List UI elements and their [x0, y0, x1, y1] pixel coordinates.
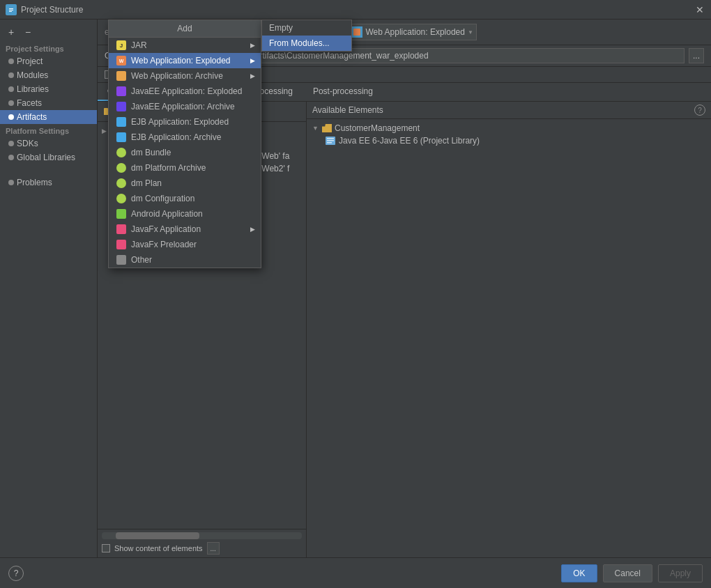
- android-icon: [116, 209, 127, 219]
- submenu-overlay: Empty From Modules...: [261, 20, 352, 52]
- cancel-button[interactable]: Cancel: [603, 564, 652, 582]
- web-exploded-arrow: ▶: [250, 57, 255, 64]
- type-dropdown-arrow: ▼: [468, 29, 473, 36]
- dm-plan-label: dm Plan: [131, 178, 162, 188]
- sidebar-item-libraries[interactable]: Libraries: [0, 82, 97, 96]
- help-button[interactable]: ?: [8, 566, 24, 581]
- project-settings-label: Project Settings: [0, 42, 97, 54]
- apply-button[interactable]: Apply: [658, 564, 703, 582]
- dm-platform-label: dm Platform Archive: [131, 163, 206, 173]
- dm-platform-icon: [116, 163, 127, 173]
- javafx-preloader-label: JavaFx Preloader: [131, 240, 197, 249]
- javafx-preloader-icon: [116, 240, 127, 249]
- sdks-icon: [8, 141, 14, 146]
- menu-item-dm-platform[interactable]: dm Platform Archive: [109, 160, 261, 176]
- show-content-ellipsis[interactable]: ...: [207, 542, 220, 555]
- sidebar-item-facets[interactable]: Facets: [0, 96, 97, 110]
- title-bar-icon: [6, 4, 17, 15]
- show-content-row: Show content of elements ...: [102, 542, 302, 555]
- available-label: Available Elements: [312, 105, 691, 115]
- dm-config-icon: [116, 194, 127, 203]
- type-dropdown[interactable]: Web Application: Exploded ▼: [348, 24, 476, 40]
- ok-button[interactable]: OK: [561, 564, 597, 582]
- svg-rect-19: [327, 142, 332, 144]
- menu-item-dm-bundle[interactable]: dm Bundle: [109, 145, 261, 160]
- close-button[interactable]: ✕: [694, 4, 705, 15]
- menu-item-ejb-archive[interactable]: EJB Application: Archive: [109, 130, 261, 145]
- svg-rect-2: [9, 10, 13, 10]
- title-bar-title: Project Structure: [21, 5, 694, 15]
- dm-bundle-label: dm Bundle: [131, 148, 171, 157]
- svg-rect-1: [9, 8, 13, 9]
- menu-item-javaee-exploded[interactable]: JavaEE Application: Exploded: [109, 84, 261, 99]
- ejb-exploded-label: EJB Application: Exploded: [131, 117, 229, 127]
- menu-item-dm-plan[interactable]: dm Plan: [109, 176, 261, 191]
- dm-plan-icon: [116, 178, 127, 188]
- menu-item-other[interactable]: Other: [109, 252, 261, 268]
- libraries-icon: [8, 86, 14, 92]
- other-icon: [116, 255, 127, 265]
- cm-avail-label: CustomerManagement: [335, 123, 420, 133]
- jar-icon: J: [116, 40, 127, 50]
- ejb-archive-label: EJB Application: Archive: [131, 132, 221, 142]
- web-archive-label: Web Application: Archive: [131, 71, 223, 81]
- avail-arrow-cm: ▼: [312, 125, 319, 132]
- menu-item-dm-config[interactable]: dm Configuration: [109, 191, 261, 206]
- ejb-archive-icon: [116, 132, 127, 142]
- dropdown-header: Add: [109, 20, 261, 38]
- web-exploded-icon: W: [116, 56, 127, 65]
- remove-button[interactable]: −: [21, 25, 35, 39]
- show-content-checkbox[interactable]: [102, 544, 110, 552]
- other-label: Other: [131, 255, 152, 265]
- web-archive-icon: [116, 71, 127, 81]
- available-tree: ▼ CustomerManagement: [307, 119, 711, 557]
- javaee-exploded-label: JavaEE Application: Exploded: [131, 86, 242, 96]
- jar-label: JAR: [131, 40, 147, 50]
- sidebar-toolbar: + −: [0, 22, 97, 42]
- type-icon: [351, 26, 362, 38]
- menu-item-jar[interactable]: J JAR ▶: [109, 38, 261, 53]
- dm-bundle-icon: [116, 148, 127, 157]
- sidebar-item-artifacts[interactable]: Artifacts: [0, 110, 97, 124]
- android-label: Android Application: [131, 209, 203, 219]
- dropdown-add-menu: Add J JAR ▶ W Web Application: Exploded …: [108, 20, 261, 268]
- bottom-bar: ? OK Cancel Apply: [0, 557, 711, 588]
- show-content-label: Show content of elements: [114, 544, 203, 552]
- project-icon: [8, 59, 14, 64]
- javaee6-label: Java EE 6-Java EE 6 (Project Library): [339, 136, 480, 146]
- sidebar-item-global-libraries[interactable]: Global Libraries: [0, 150, 97, 164]
- sidebar: + − Project Settings Project Modules Lib…: [0, 20, 98, 557]
- menu-item-web-exploded[interactable]: W Web Application: Exploded ▶: [109, 53, 261, 68]
- tab-post-processing[interactable]: Post-processing: [303, 83, 383, 101]
- main-layout: + − Project Settings Project Modules Lib…: [0, 20, 711, 557]
- web-exploded-label: Web Application: Exploded: [131, 56, 231, 65]
- menu-item-javaee-archive[interactable]: JavaEE Application: Archive: [109, 99, 261, 114]
- javafx-arrow: ▶: [250, 226, 255, 233]
- artifact-scrollbar[interactable]: [102, 532, 302, 539]
- dm-config-label: dm Configuration: [131, 194, 194, 203]
- javafx-icon: [116, 224, 127, 234]
- output-dir-browse-button[interactable]: ...: [689, 48, 704, 63]
- submenu-item-empty[interactable]: Empty: [262, 20, 351, 36]
- modules-icon: [8, 72, 14, 78]
- available-help-icon[interactable]: ?: [694, 105, 705, 116]
- cm-folder-icon: [322, 124, 332, 132]
- add-button[interactable]: +: [4, 25, 18, 39]
- menu-item-web-archive[interactable]: Web Application: Archive ▶: [109, 68, 261, 84]
- sidebar-item-modules[interactable]: Modules: [0, 68, 97, 82]
- javaee-archive-icon: [116, 102, 127, 111]
- menu-item-android[interactable]: Android Application: [109, 206, 261, 222]
- javaee-archive-label: JavaEE Application: Archive: [131, 102, 235, 111]
- available-header: Available Elements ?: [307, 102, 711, 119]
- menu-item-javafx-preloader[interactable]: JavaFx Preloader: [109, 237, 261, 252]
- sidebar-item-sdks[interactable]: SDKs: [0, 137, 97, 150]
- avail-item-javaee6[interactable]: Java EE 6-Java EE 6 (Project Library): [307, 134, 711, 147]
- artifacts-icon: [8, 114, 14, 120]
- artifact-scrollbar-thumb: [116, 532, 199, 539]
- sidebar-item-problems[interactable]: Problems: [0, 176, 97, 189]
- sidebar-item-project[interactable]: Project: [0, 54, 97, 68]
- menu-item-ejb-exploded[interactable]: EJB Application: Exploded: [109, 114, 261, 130]
- avail-item-customer-mgmt[interactable]: ▼ CustomerManagement: [307, 122, 711, 134]
- submenu-item-from-modules[interactable]: From Modules...: [262, 36, 351, 51]
- menu-item-javafx[interactable]: JavaFx Application ▶: [109, 222, 261, 237]
